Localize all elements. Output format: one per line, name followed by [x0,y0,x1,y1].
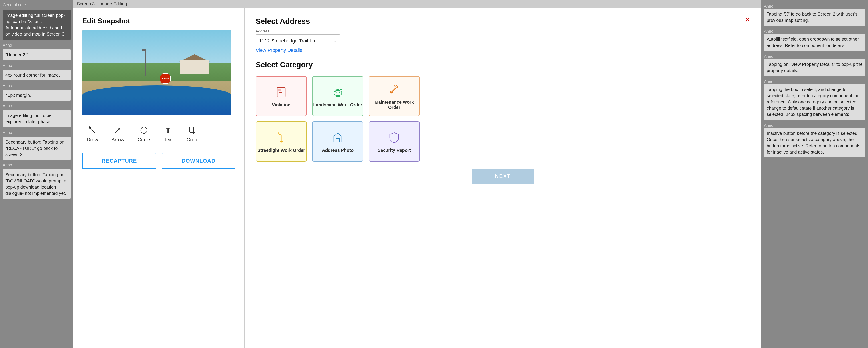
stop-sign: STOP [160,73,172,85]
button-row: RECAPTURE DOWNLOAD [82,153,236,169]
anno-label-2: Anno [3,63,71,68]
violation-label: Violation [272,103,290,108]
select-panel: × Select Address Address 1112 Stonehedge… [245,8,761,348]
car-hood [82,85,231,115]
ranno-label-1: Anno [764,4,865,9]
panel-title: Edit Snapshot [82,17,236,25]
recapture-button[interactable]: RECAPTURE [82,153,156,169]
select-category-title: Select Category [256,60,750,69]
security-icon [387,130,401,145]
anno-box-6: Secondary button: Tapping on "DOWNLOAD" … [3,169,71,199]
anno-box-2: 4px round corner for image. [3,70,71,80]
streetlight-icon [274,130,288,145]
arrow-icon [113,125,123,135]
general-note-box: Image editting full screen pop-up, can b… [3,9,71,40]
svg-rect-10 [189,132,190,133]
image-edit-panel: Edit Snapshot [73,8,245,348]
right-sidebar: Anno Tapping "X" to go back to Screen 2 … [761,0,868,348]
arrow-tool[interactable]: Arrow [112,125,124,143]
left-sidebar: General note Image editting full screen … [0,0,73,348]
crop-label: Crop [187,137,197,143]
draw-tool[interactable]: Draw [87,125,98,143]
text-icon: T [163,125,173,135]
category-card-address[interactable]: Address Photo [312,121,363,162]
anno-box-4: Image editing tool to be explored in lat… [3,110,71,127]
stop-sign-octagon: STOP [160,73,171,84]
category-card-security[interactable]: Security Report [369,121,420,162]
draw-label: Draw [87,137,98,143]
maintenance-label: Maintenance Work Order [369,100,419,110]
address-photo-icon [331,130,345,145]
category-card-landscape[interactable]: Landscape Work Order [312,76,363,116]
anno-box-5: Secondary button: Tapping on "RECAPTURE"… [3,137,71,160]
streetlight-label: Streetlight Work Order [257,148,305,153]
ranno-box-1: Tapping "X" to go back to Screen 2 with … [764,9,865,26]
svg-text:T: T [166,126,170,135]
close-button[interactable]: × [743,15,752,25]
anno-label-5: Anno [3,130,71,135]
ranno-box-3: Tapping on "View Property Details" to po… [764,59,865,76]
draw-icon [88,125,97,135]
anno-box-1: "Header 2." [3,49,71,60]
category-card-streetlight[interactable]: Streetlight Work Order [256,121,307,162]
address-photo-label: Address Photo [322,148,353,153]
anno-label-3: Anno [3,83,71,88]
next-button-wrap: NEXT [256,169,750,184]
address-value: 1112 Stonehedge Trail Ln. [259,38,316,44]
svg-rect-29 [336,138,340,142]
chevron-down-icon: ⌄ [333,38,337,44]
address-field-wrap: Address 1112 Stonehedge Trail Ln. ⌄ [256,29,750,48]
text-tool[interactable]: T Text [163,125,173,143]
download-button[interactable]: DOWNLOAD [162,153,236,169]
house-body [180,60,209,74]
arrow-label: Arrow [112,137,124,143]
crop-tool[interactable]: Crop [187,125,197,143]
ranno-label-5: Anno [764,123,865,128]
svg-rect-28 [278,133,279,134]
security-label: Security Report [378,148,411,153]
anno-box-3: 40px margin. [3,90,71,100]
category-grid: Violation Lan [256,76,750,162]
svg-rect-11 [193,127,194,129]
maintenance-icon [387,82,401,96]
svg-rect-16 [278,89,281,91]
house-shape [180,54,209,74]
scene-grass [82,62,231,84]
view-property-link[interactable]: View Property Details [256,48,750,53]
ranno-box-5: Inactive button before the category is s… [764,128,865,157]
svg-line-22 [391,88,396,92]
snapshot-image: STOP [82,30,231,115]
edit-toolbar: Draw Arrow [82,122,236,146]
circle-label: Circle [137,137,150,143]
ranno-label-4: Anno [764,80,865,84]
ranno-box-2: Autofill textfield, open dropdown to sel… [764,34,865,51]
circle-icon [139,125,149,135]
landscape-icon [331,85,345,99]
select-address-title: Select Address [256,17,750,26]
address-field-label: Address [256,29,750,34]
streetlight-element [145,49,146,76]
general-note-label: General note [3,3,71,7]
landscape-label: Landscape Work Order [313,103,362,108]
ranno-label-3: Anno [764,54,865,59]
text-label: Text [164,137,173,143]
main-area: Screen 3 – Image Editing Edit Snapshot [73,0,761,348]
next-button[interactable]: NEXT [472,169,534,184]
anno-label-6: Anno [3,163,71,168]
anno-label-4: Anno [3,104,71,108]
circle-tool[interactable]: Circle [137,125,150,143]
ranno-label-2: Anno [764,29,865,34]
violation-icon [274,85,288,99]
svg-point-4 [141,127,147,133]
screen-label: Screen 3 – Image Editing [73,0,761,8]
category-card-maintenance[interactable]: Maintenance Work Order [369,76,420,116]
category-card-violation[interactable]: Violation [256,76,307,116]
crop-icon [187,125,197,135]
anno-label-1: Anno [3,43,71,48]
svg-rect-23 [395,85,398,88]
ranno-box-4: Tapping the box to select, and change to… [764,84,865,120]
address-select-dropdown[interactable]: 1112 Stonehedge Trail Ln. ⌄ [256,34,340,48]
svg-point-20 [336,89,340,93]
